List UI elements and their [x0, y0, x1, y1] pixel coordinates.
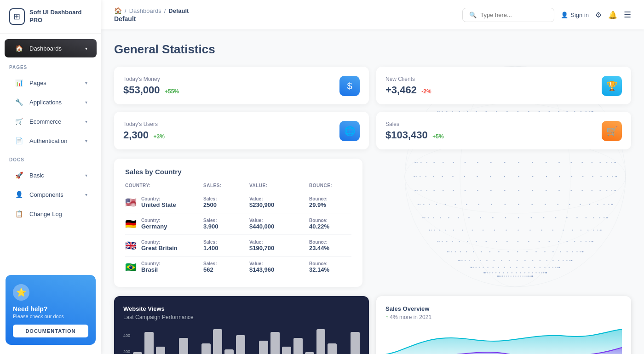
chevron-icon-pages: ▾	[85, 80, 87, 86]
line-chart: 500 400	[385, 327, 622, 354]
bounce-val-1: 40.22%	[309, 223, 329, 230]
sales-col-label-1: Sales:	[203, 218, 249, 223]
stat-change-2: +3%	[154, 133, 165, 140]
search-icon: 🔍	[469, 11, 477, 18]
bounce-val-0: 29.9%	[309, 201, 326, 208]
country-table: Country: Sales: Value: Bounce: 🇺🇸 Countr…	[125, 183, 351, 278]
chevron-icon-components: ▾	[85, 192, 87, 197]
stats-grid: Today's Money $53,000 +55% $ New Clients…	[114, 67, 631, 149]
search-box[interactable]: 🔍	[462, 8, 554, 22]
stat-value-0: $53,000	[123, 84, 160, 96]
bounce-val-3: 32.14%	[309, 266, 329, 273]
dashboards-icon: 🏠	[14, 43, 24, 53]
stat-label-0: Today's Money	[123, 76, 179, 82]
bounce-col-label-2: Bounce:	[309, 240, 351, 245]
sales-overview-sub: ↑ 4% more in 2021	[385, 314, 622, 320]
help-title: Need help?	[13, 305, 88, 313]
nav-section-label: PAGES	[0, 58, 101, 73]
sidebar-item-label-changelog: Change Log	[29, 211, 62, 217]
ecommerce-icon: 🛒	[14, 116, 24, 126]
bar-4	[179, 338, 188, 354]
notification-icon[interactable]: 🔔	[608, 11, 617, 19]
sidebar-nav: 🏠 Dashboards ▾ PAGES 📊 Pages ▾ 🔧 Applica…	[0, 34, 101, 268]
sidebar-item-changelog[interactable]: 📋 Change Log	[5, 205, 97, 223]
stat-change-3: +5%	[432, 133, 443, 140]
breadcrumb-area: 🏠 / Dashboards / Default Default	[114, 7, 189, 23]
country-row-1: 🇩🇪 Country: Germany Sales: 3.900 Value: …	[125, 213, 351, 235]
flag-0: 🇺🇸	[125, 197, 137, 208]
stat-value-row-3: $103,430 +5%	[385, 129, 444, 141]
sidebar-item-components[interactable]: 👤 Components ▾	[5, 185, 97, 204]
country-col-label-0: Country:	[141, 196, 176, 201]
value-val-2: $190,700	[249, 245, 274, 251]
bar-chart-card: Website Views Last Campaign Performance …	[114, 296, 369, 354]
bar-0	[133, 352, 142, 354]
logo: ⊞ Soft UI Dashboard PRO	[0, 0, 101, 34]
stat-label-3: Sales	[385, 121, 444, 127]
th-sales: Sales:	[203, 183, 249, 192]
value-col-label-2: Value:	[249, 240, 309, 245]
country-val-3: Brasil	[141, 266, 158, 273]
value-cell-0: Value: $230,900	[249, 192, 309, 213]
breadcrumb-sep-1: /	[125, 7, 126, 14]
stat-info-2: Today's Users 2,300 +3%	[123, 121, 165, 141]
stat-card-1: New Clients +3,462 -2% 🏆	[376, 67, 631, 104]
sales-cell-0: Sales: 2500	[203, 192, 249, 213]
search-input[interactable]	[480, 11, 545, 18]
value-col-label-0: Value:	[249, 196, 309, 201]
sales-col-label-0: Sales:	[203, 196, 249, 201]
bounce-col-label-3: Bounce:	[309, 261, 351, 266]
country-name-1: 🇩🇪 Country: Germany	[125, 213, 203, 235]
sidebar-item-pages[interactable]: 📊 Pages ▾	[5, 74, 97, 92]
stat-value-3: $103,430	[385, 129, 428, 141]
stat-icon-2: 🌐	[339, 121, 360, 141]
sidebar-item-basic[interactable]: 🚀 Basic ▾	[5, 166, 97, 184]
bounce-cell-0: Bounce: 29.9%	[309, 192, 351, 213]
sidebar-item-applications[interactable]: 🔧 Applications ▾	[5, 93, 97, 111]
country-val-1: Germany	[141, 223, 167, 230]
chevron-icon-basic: ▾	[85, 173, 87, 178]
bar-chart-y-labels: 4002000	[123, 333, 130, 354]
bar-14	[293, 338, 303, 354]
stat-label-2: Today's Users	[123, 121, 165, 127]
sales-cell-3: Sales: 562	[203, 257, 249, 278]
sidebar-item-ecommerce[interactable]: 🛒 Ecommerce ▾	[5, 112, 97, 131]
sidebar: ⊞ Soft UI Dashboard PRO 🏠 Dashboards ▾ P…	[0, 0, 101, 354]
bar-19	[351, 332, 360, 354]
bounce-cell-2: Bounce: 23.44%	[309, 235, 351, 257]
sales-overview-change-icon: ↑	[385, 314, 388, 320]
home-icon[interactable]: 🏠	[114, 7, 122, 14]
stat-value-row-2: 2,300 +3%	[123, 129, 165, 141]
sidebar-item-label-ecommerce: Ecommerce	[29, 118, 61, 125]
bar-11	[259, 341, 268, 354]
chevron-icon-applications: ▾	[85, 100, 87, 105]
topbar-right: 🔍 👤 Sign in ⚙ 🔔 ☰	[462, 8, 631, 22]
country-val-2: Great Britain	[141, 245, 178, 251]
breadcrumb-dashboards[interactable]: Dashboards	[129, 7, 161, 14]
content-area: General Statistics Today's Money $53,000…	[101, 29, 644, 354]
signin-button[interactable]: 👤 Sign in	[561, 11, 589, 18]
basic-icon: 🚀	[14, 170, 24, 180]
stat-label-1: New Clients	[385, 76, 431, 82]
flag-2: 🇬🇧	[125, 240, 137, 251]
stat-icon-0: $	[339, 76, 360, 96]
bar-12	[270, 332, 280, 354]
chevron-icon-authentication: ▾	[85, 138, 87, 143]
sidebar-item-dashboards[interactable]: 🏠 Dashboards ▾	[5, 39, 97, 57]
help-card: ⭐ Need help? Please check our docs DOCUM…	[6, 275, 96, 345]
stat-icon-3: 🛒	[602, 121, 622, 141]
sales-val-2: 1.400	[203, 245, 218, 251]
breadcrumb: 🏠 / Dashboards / Default	[114, 7, 189, 14]
hamburger-icon[interactable]: ☰	[624, 10, 631, 20]
settings-icon[interactable]: ⚙	[595, 11, 602, 19]
main-area: 🏠 / Dashboards / Default Default 🔍 👤 Sig…	[101, 0, 644, 354]
documentation-button[interactable]: DOCUMENTATION	[13, 325, 88, 337]
stat-icon-1: 🏆	[602, 76, 622, 96]
changelog-icon: 📋	[14, 209, 24, 219]
bar-17	[328, 343, 337, 354]
help-subtitle: Please check our docs	[13, 314, 88, 319]
breadcrumb-current: Default	[168, 7, 189, 14]
signin-label: Sign in	[570, 11, 589, 18]
value-val-0: $230,900	[249, 201, 274, 208]
sidebar-item-authentication[interactable]: 📄 Authentication ▾	[5, 131, 97, 150]
